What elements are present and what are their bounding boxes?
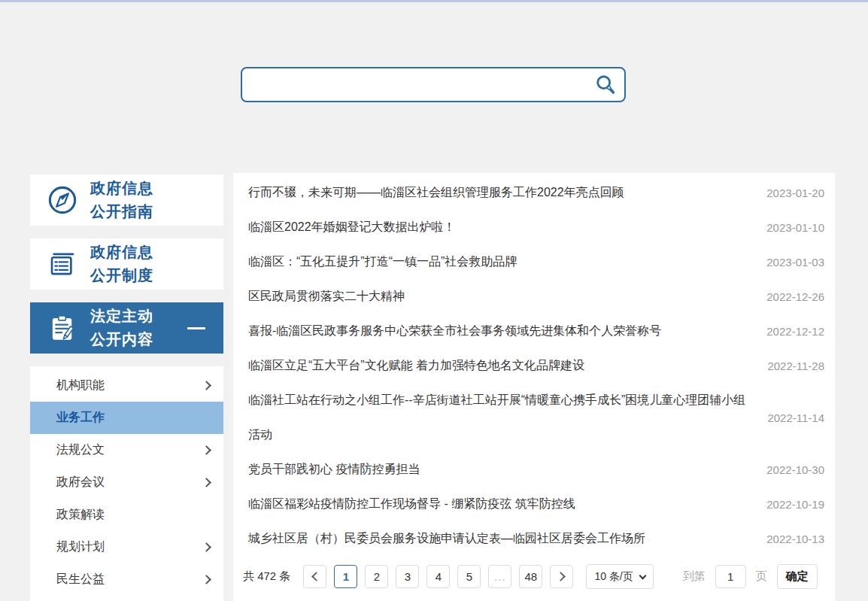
list-item[interactable]: 临淄区：“五化五提升”打造“一镇一品”社会救助品牌 2023-01-03 xyxy=(248,244,824,279)
page-ellipsis-button[interactable]: ... xyxy=(488,565,511,588)
article-date: 2022-12-26 xyxy=(766,290,824,303)
article-list: 行而不辍，未来可期——临淄区社会组织管理服务工作2022年亮点回顾 2023-0… xyxy=(248,175,824,556)
list-item[interactable]: 行而不辍，未来可期——临淄区社会组织管理服务工作2022年亮点回顾 2023-0… xyxy=(248,175,824,210)
total-count: 共 472 条 xyxy=(243,569,290,584)
compass-icon xyxy=(47,184,78,216)
sidebar-item-faguigongwen[interactable]: 法规公文 xyxy=(30,434,223,466)
confirm-button[interactable]: 确定 xyxy=(777,564,818,589)
sidebar: 政府信息 公开指南 政府信息 公开制度 法定 xyxy=(30,175,223,601)
chevron-right-icon xyxy=(202,445,211,455)
list-item[interactable]: 临淄区2022年婚姻登记大数据出炉啦！ 2023-01-10 xyxy=(248,210,824,244)
sidebar-submenu: 机构职能 业务工作 法规公文 政府会议 政策解读 规划计划 民生公益 社会救助 xyxy=(30,366,223,601)
goto-page-input[interactable] xyxy=(715,565,746,588)
article-date: 2022-11-14 xyxy=(767,411,824,424)
list-item[interactable]: 城乡社区居（村）民委员会服务设施申请认定表—临园社区居委会工作场所 2022-1… xyxy=(248,521,824,556)
sidebar-item-statutory-disclosure[interactable]: 法定主动 公开内容 xyxy=(30,302,223,354)
page-button-1[interactable]: 1 xyxy=(334,565,357,588)
search-button[interactable] xyxy=(591,74,624,96)
sidebar-item-label: 法定主动 公开内容 xyxy=(90,305,153,351)
collapse-minus-icon xyxy=(187,327,205,329)
pagination: 共 472 条 1 2 3 4 5 ... 48 10 条/页 到第 页 确定 xyxy=(248,564,824,589)
chevron-left-icon xyxy=(311,572,321,581)
page-button-5[interactable]: 5 xyxy=(457,565,481,588)
chevron-down-icon xyxy=(639,572,646,579)
sidebar-item-minshenggongyi[interactable]: 民生公益 xyxy=(30,563,223,596)
list-item[interactable]: 党员干部践初心 疫情防控勇担当 2022-10-30 xyxy=(248,452,824,487)
page-button-2[interactable]: 2 xyxy=(365,565,388,588)
sidebar-item-label: 政府信息 公开制度 xyxy=(90,241,153,287)
article-date: 2023-01-03 xyxy=(766,256,824,269)
sidebar-item-shehuijiuzhu[interactable]: 社会救助 xyxy=(30,596,223,601)
sidebar-item-zhengfuhuiyi[interactable]: 政府会议 xyxy=(30,466,223,499)
article-date: 2022-11-28 xyxy=(767,360,824,372)
list-item[interactable]: 临淄区立足“五大平台”文化赋能 着力加强特色地名文化品牌建设 2022-11-2… xyxy=(248,348,824,383)
goto-prefix-label: 到第 xyxy=(683,569,706,584)
chevron-right-icon xyxy=(202,381,211,390)
prev-page-button[interactable] xyxy=(303,565,326,588)
article-date: 2022-12-12 xyxy=(766,325,824,338)
page-size-select[interactable]: 10 条/页 xyxy=(586,564,653,589)
chevron-right-icon xyxy=(202,478,211,487)
list-item[interactable]: 临淄区福彩站疫情防控工作现场督导 - 绷紧防疫弦 筑牢防控线 2022-10-1… xyxy=(248,487,824,521)
page-button-4[interactable]: 4 xyxy=(426,565,450,588)
article-date: 2023-01-20 xyxy=(766,187,824,199)
clipboard-pen-icon xyxy=(47,312,78,344)
sidebar-item-gov-info-guide[interactable]: 政府信息 公开指南 xyxy=(30,175,223,226)
goto-suffix-label: 页 xyxy=(756,569,767,584)
document-icon xyxy=(47,248,78,280)
list-item[interactable]: 喜报-临淄区民政事务服务中心荣获全市社会事务领域先进集体和个人荣誉称号 2022… xyxy=(248,314,824,348)
list-item[interactable]: 区民政局贯彻落实二十大精神 2022-12-26 xyxy=(248,279,824,314)
sidebar-item-jigouzhineng[interactable]: 机构职能 xyxy=(30,369,223,402)
sidebar-item-guihuajihua[interactable]: 规划计划 xyxy=(30,531,223,563)
list-item[interactable]: 临淄社工站在行动之小组工作--辛店街道社工站开展“情暖童心携手成长”困境儿童心理… xyxy=(248,383,824,452)
search-bar xyxy=(241,67,626,102)
chevron-right-icon xyxy=(556,572,566,581)
next-page-button[interactable] xyxy=(550,565,573,588)
page-button-3[interactable]: 3 xyxy=(396,565,419,588)
goto-page-group: 到第 页 确定 xyxy=(683,564,818,589)
search-icon xyxy=(594,74,617,96)
top-accent-strip xyxy=(0,0,868,2)
sidebar-item-zhengcejiedu[interactable]: 政策解读 xyxy=(30,499,223,531)
article-list-panel: 行而不辍，未来可期——临淄区社会组织管理服务工作2022年亮点回顾 2023-0… xyxy=(233,173,835,601)
article-date: 2022-10-13 xyxy=(766,533,824,545)
page-button-48[interactable]: 48 xyxy=(519,565,542,588)
sidebar-item-gov-info-system[interactable]: 政府信息 公开制度 xyxy=(30,238,223,290)
sidebar-item-yewugongzuo[interactable]: 业务工作 xyxy=(30,402,223,434)
chevron-right-icon xyxy=(202,575,211,584)
article-date: 2023-01-10 xyxy=(766,221,824,234)
article-date: 2022-10-30 xyxy=(766,463,824,476)
sidebar-item-label: 政府信息 公开指南 xyxy=(90,177,153,223)
chevron-right-icon xyxy=(202,542,211,552)
search-input[interactable] xyxy=(242,68,591,101)
article-date: 2022-10-19 xyxy=(766,498,824,511)
